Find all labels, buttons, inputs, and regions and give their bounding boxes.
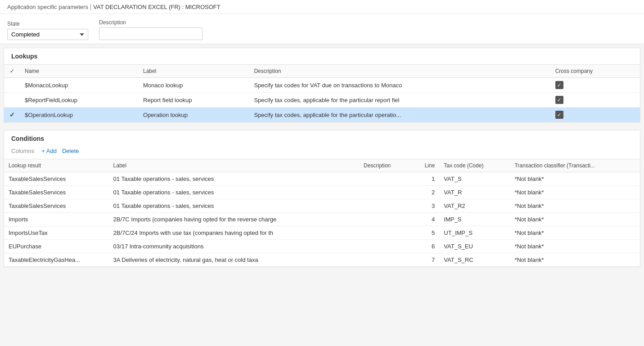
lookups-table: ✓ Name Label Description Cross company $… [4,65,640,122]
lookups-header: Lookups [4,48,640,65]
condition-tax-code-cell: VAT_R [439,186,510,199]
condition-line-cell: 5 [411,226,439,240]
lookup-check-cell: ✓ [4,108,20,122]
delete-button[interactable]: Delete [59,147,83,155]
conditions-toolbar: Columns + Add Delete [4,145,640,159]
condition-description-cell [359,240,411,253]
col-lookup-result: Lookup result [4,159,109,172]
condition-label-cell: 2B/7C/24 Imports with use tax (companies… [109,226,359,240]
condition-description-cell [359,199,411,213]
state-select[interactable]: Completed Draft [7,29,88,40]
col-cond-description: Description [359,159,411,172]
state-label: State [7,21,88,27]
conditions-table-container: Lookup result Label Description Line Tax… [4,159,640,267]
col-description: Description [249,65,550,78]
lookup-name-cell: $MonacoLookup [20,78,139,93]
condition-transaction-classifier-cell: *Not blank* [510,213,640,226]
conditions-header: Conditions [4,130,640,145]
lookup-cross-company-cell: ✓ [551,93,640,108]
condition-row[interactable]: TaxableElectricityGasHea...3A Deliveries… [4,253,640,267]
condition-label-cell: 01 Taxable operations - sales, services [109,172,359,186]
checkbox-checked-icon: ✓ [555,81,563,89]
description-field: Description [99,19,203,40]
condition-row[interactable]: TaxableSalesServices01 Taxable operation… [4,199,640,213]
condition-lookup-result-cell: TaxableSalesServices [4,186,109,199]
app-title: Application specific parameters [7,4,88,10]
condition-lookup-result-cell: TaxableElectricityGasHea... [4,253,109,267]
lookups-panel: Lookups ✓ Name Label Description Cross c… [4,48,640,123]
condition-tax-code-cell: IMP_S [439,213,510,226]
condition-transaction-classifier-cell: *Not blank* [510,240,640,253]
page-container: Application specific parameters | VAT DE… [0,0,644,346]
condition-tax-code-cell: UT_IMP_S [439,226,510,240]
condition-row[interactable]: EUPurchase03/17 Intra-community acquisit… [4,240,640,253]
lookup-row[interactable]: ✓$OperationLookupOperation lookupSpecify… [4,108,640,122]
condition-tax-code-cell: VAT_S_RC [439,253,510,267]
form-section: State Completed Draft Description [0,14,644,44]
checkbox-checked-icon: ✓ [555,96,563,104]
condition-lookup-result-cell: ImportsUseTax [4,226,109,240]
condition-transaction-classifier-cell: *Not blank* [510,226,640,240]
condition-transaction-classifier-cell: *Not blank* [510,199,640,213]
condition-description-cell [359,172,411,186]
lookup-label-cell: Report field lookup [139,93,249,108]
add-button[interactable]: + Add [40,147,59,155]
condition-tax-code-cell: VAT_R2 [439,199,510,213]
lookups-header-row: ✓ Name Label Description Cross company [4,65,640,78]
condition-label-cell: 2B/7C Imports (companies having opted fo… [109,213,359,226]
lookup-label-cell: Operation lookup [139,108,249,122]
col-line: Line [411,159,439,172]
conditions-header-row: Lookup result Label Description Line Tax… [4,159,640,172]
condition-label-cell: 01 Taxable operations - sales, services [109,186,359,199]
lookup-name-cell: $ReportFieldLookup [20,93,139,108]
condition-lookup-result-cell: EUPurchase [4,240,109,253]
check-mark-icon: ✓ [9,111,15,118]
columns-label: Columns [11,148,34,154]
condition-tax-code-cell: VAT_S [439,172,510,186]
col-name: Name [20,65,139,78]
col-cross-company: Cross company [551,65,640,78]
lookup-check-cell [4,78,20,93]
col-check: ✓ [4,65,20,78]
lookups-table-container: ✓ Name Label Description Cross company $… [4,65,640,122]
condition-line-cell: 3 [411,199,439,213]
condition-row[interactable]: ImportsUseTax2B/7C/24 Imports with use t… [4,226,640,240]
lookup-label-cell: Monaco lookup [139,78,249,93]
lookup-row[interactable]: $ReportFieldLookupReport field lookupSpe… [4,93,640,108]
condition-label-cell: 3A Deliveries of electricity, natural ga… [109,253,359,267]
condition-lookup-result-cell: TaxableSalesServices [4,199,109,213]
state-field: State Completed Draft [7,21,88,40]
conditions-panel: Conditions Columns + Add Delete Lookup r… [4,130,640,267]
condition-line-cell: 7 [411,253,439,267]
lookup-cross-company-cell: ✓ [551,108,640,122]
header-bar: Application specific parameters | VAT DE… [0,0,644,14]
description-input[interactable] [99,27,203,40]
condition-description-cell [359,186,411,199]
col-tax-code: Tax code (Code) [439,159,510,172]
condition-line-cell: 4 [411,213,439,226]
checkbox-checked-icon: ✓ [555,111,563,119]
lookup-description-cell: Specify tax codes for VAT due on transac… [249,78,550,93]
lookup-check-cell [4,93,20,108]
condition-line-cell: 2 [411,186,439,199]
condition-row[interactable]: TaxableSalesServices01 Taxable operation… [4,186,640,199]
condition-row[interactable]: Imports2B/7C Imports (companies having o… [4,213,640,226]
condition-lookup-result-cell: TaxableSalesServices [4,172,109,186]
col-transaction-classifier: Transaction classifier (Transacti... [510,159,640,172]
lookup-description-cell: Specify tax codes, applicable for the pa… [249,108,550,122]
condition-label-cell: 01 Taxable operations - sales, services [109,199,359,213]
condition-description-cell [359,253,411,267]
condition-lookup-result-cell: Imports [4,213,109,226]
condition-description-cell [359,226,411,240]
col-cond-label: Label [109,159,359,172]
lookup-description-cell: Specify tax codes, applicable for the pa… [249,93,550,108]
conditions-table: Lookup result Label Description Line Tax… [4,159,640,267]
condition-transaction-classifier-cell: *Not blank* [510,172,640,186]
header-separator: | [90,3,92,10]
lookup-row[interactable]: $MonacoLookupMonaco lookupSpecify tax co… [4,78,640,93]
lookup-name-cell: $OperationLookup [20,108,139,122]
condition-transaction-classifier-cell: *Not blank* [510,186,640,199]
condition-label-cell: 03/17 Intra-community acquisitions [109,240,359,253]
condition-tax-code-cell: VAT_S_EU [439,240,510,253]
condition-row[interactable]: TaxableSalesServices01 Taxable operation… [4,172,640,186]
